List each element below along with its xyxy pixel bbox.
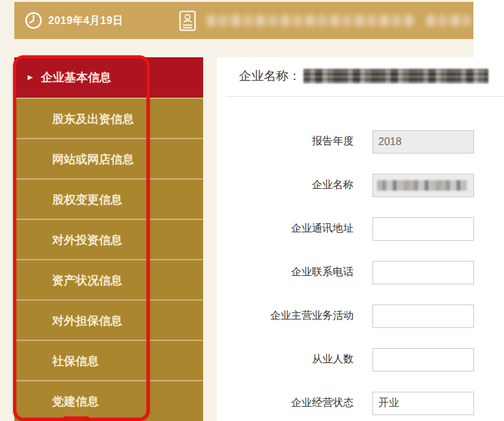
active-arrow-icon: ►	[26, 57, 35, 98]
sidebar-item-label: 资产状况信息	[52, 274, 122, 287]
main-business-field[interactable]	[372, 305, 474, 328]
report-year-field	[372, 130, 474, 154]
sidebar-item-social-security[interactable]: 社保信息	[14, 340, 203, 380]
report-year-label: 报告年度	[217, 135, 354, 148]
company-name-field	[372, 174, 474, 197]
form-row: 企业联系电话	[217, 251, 504, 294]
sidebar-item-label: 股权变更信息	[52, 193, 122, 206]
sidebar-nav: ►企业基本信息 股东及出资信息 网站或网店信息 股权变更信息 对外投资信息 资产…	[14, 57, 203, 421]
form-row: 企业主营业务活动	[217, 294, 504, 338]
employee-count-field[interactable]	[372, 348, 474, 372]
sidebar-item-equity-change[interactable]: 股权变更信息	[14, 178, 203, 219]
redacted-company-name	[207, 15, 417, 26]
sidebar-item-label: 股东及出资信息	[52, 113, 134, 126]
current-date: 2019年4月19日	[48, 14, 123, 28]
sidebar-item-label: 对外担保信息	[52, 314, 122, 327]
redacted-user-name	[427, 15, 470, 26]
company-address-label: 企业通讯地址	[217, 222, 354, 236]
business-status-field[interactable]	[372, 392, 474, 415]
sidebar-item-guarantees[interactable]: 对外担保信息	[14, 299, 203, 340]
company-name-label: 企业名称	[217, 178, 354, 192]
company-address-field[interactable]	[372, 217, 474, 241]
main-business-label: 企业主营业务活动	[217, 309, 354, 323]
id-badge-icon	[179, 10, 196, 31]
sidebar-item-assets[interactable]: 资产状况信息	[14, 259, 203, 299]
employee-count-label: 从业人数	[217, 353, 354, 366]
main-content-panel: 企业名称： 报告年度 企业名称 企业通讯地址 企业联系电话	[217, 57, 504, 421]
sidebar-item-label: 对外投资信息	[52, 234, 122, 247]
sidebar-item-label: 网站或网店信息	[52, 153, 134, 166]
annual-report-page: 2019年4月19日 ►企业基本信息 股东及出资信息 网站或网店信息 股权变更信…	[0, 0, 504, 421]
company-name-heading: 企业名称：	[239, 68, 488, 85]
sidebar-item-outbound-investment[interactable]: 对外投资信息	[14, 219, 203, 259]
title-divider	[226, 96, 504, 97]
sidebar-item-label: 党建信息	[52, 395, 99, 408]
sidebar-item-website[interactable]: 网站或网店信息	[14, 138, 203, 178]
redacted-company-name	[303, 69, 488, 83]
company-phone-label: 企业联系电话	[217, 265, 354, 279]
sidebar-item-label: 企业基本信息	[41, 71, 111, 84]
sidebar-item-label: 社保信息	[52, 355, 99, 368]
form-row: 报告年度	[217, 120, 504, 163]
company-phone-field[interactable]	[372, 261, 474, 284]
form-row: 从业人数	[217, 338, 504, 381]
form-row: 企业名称	[217, 163, 504, 207]
sidebar-item-shareholders[interactable]: 股东及出资信息	[14, 98, 203, 138]
form-row: 企业通讯地址	[217, 207, 504, 251]
basic-info-form: 报告年度 企业名称 企业通讯地址 企业联系电话 企业主营业务活动	[217, 120, 504, 421]
clock-icon	[25, 12, 42, 29]
sidebar-item-party-building[interactable]: 党建信息	[14, 380, 203, 420]
business-status-label: 企业经营状态	[217, 396, 354, 410]
form-row: 企业经营状态	[217, 381, 504, 421]
top-header-bar: 2019年4月19日	[14, 2, 473, 39]
sidebar-item-basic-info[interactable]: ►企业基本信息	[14, 57, 203, 98]
company-name-heading-label: 企业名称：	[239, 68, 301, 85]
